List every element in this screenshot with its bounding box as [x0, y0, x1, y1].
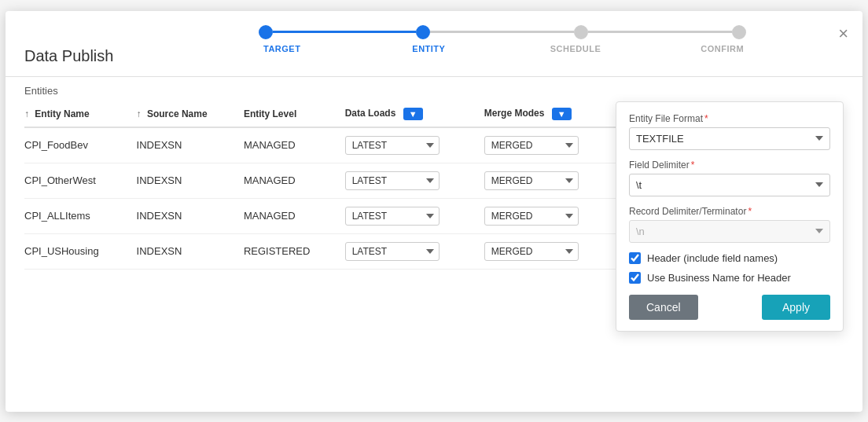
modal-title: Data Publish	[24, 47, 113, 65]
col-entity-level: Entity Level	[244, 101, 345, 127]
cell-entity-name: CPI_FoodBev	[24, 127, 137, 163]
select-merge-modes[interactable]: MERGEDUNMERGEDBOTH	[484, 207, 579, 226]
step-label-confirm[interactable]: CONFIRM	[691, 44, 754, 53]
filter-btn-merge-modes[interactable]: ▼	[552, 108, 572, 120]
cancel-button[interactable]: Cancel	[629, 295, 698, 320]
apply-button[interactable]: Apply	[762, 295, 830, 320]
modal-header: Data Publish TARGET ENTITY SCHEDULE CONF…	[6, 11, 862, 65]
prop-select-record-delimiter[interactable]: \n \r\n	[629, 220, 830, 243]
prop-label-file-format: Entity File Format*	[629, 113, 830, 124]
prop-label-field-delimiter: Field Delimiter*	[629, 160, 830, 171]
prop-field-record-delimiter: Record Delimiter/Terminator* \n \r\n	[629, 206, 830, 243]
cell-entity-level: MANAGED	[244, 163, 345, 198]
col-merge-modes: Merge Modes ▼	[484, 101, 623, 127]
checkbox-header[interactable]	[629, 252, 641, 264]
step-label-target[interactable]: TARGET	[251, 44, 314, 53]
table-container: ↑ Entity Name ↑ Source Name Entity Level…	[6, 101, 862, 270]
select-data-loads[interactable]: LATESTALL	[345, 171, 440, 190]
cell-source-name: INDEXSN	[137, 163, 244, 198]
close-button[interactable]: ×	[838, 25, 848, 42]
checkbox-row-header: Header (include field names)	[629, 252, 830, 264]
cell-entity-name: CPI_ALLItems	[24, 198, 137, 233]
checkbox-business-name[interactable]	[629, 272, 641, 284]
step-line-2	[430, 31, 574, 33]
cell-data-loads: LATESTALL	[345, 233, 484, 269]
prop-actions: Cancel Apply	[629, 295, 830, 320]
cell-source-name: INDEXSN	[137, 127, 244, 163]
step-label-schedule[interactable]: SCHEDULE	[544, 44, 607, 53]
step-dot-target	[259, 25, 273, 39]
select-data-loads[interactable]: LATESTALL	[345, 136, 440, 155]
cell-data-loads: LATESTALL	[345, 198, 484, 233]
stepper-track	[259, 25, 746, 39]
step-line-1	[273, 31, 417, 33]
cell-source-name: INDEXSN	[137, 233, 244, 269]
cell-merge-modes: MERGEDUNMERGEDBOTH	[484, 233, 623, 269]
checkbox-business-name-label[interactable]: Use Business Name for Header	[647, 272, 791, 284]
col-data-loads: Data Loads ▼	[345, 101, 484, 127]
cell-data-loads: LATESTALL	[345, 163, 484, 198]
cell-merge-modes: MERGEDUNMERGEDBOTH	[484, 198, 623, 233]
select-merge-modes[interactable]: MERGEDUNMERGEDBOTH	[484, 242, 579, 261]
prop-label-record-delimiter: Record Delimiter/Terminator*	[629, 206, 830, 217]
checkbox-header-label[interactable]: Header (include field names)	[647, 252, 778, 264]
select-data-loads[interactable]: LATESTALL	[345, 242, 440, 261]
prop-field-file-format: Entity File Format* TEXTFILE PARQUET ORC	[629, 113, 830, 150]
select-data-loads[interactable]: LATESTALL	[345, 207, 440, 226]
select-merge-modes[interactable]: MERGEDUNMERGEDBOTH	[484, 136, 579, 155]
step-label-entity[interactable]: ENTITY	[397, 44, 460, 53]
properties-panel: Entity File Format* TEXTFILE PARQUET ORC…	[616, 101, 844, 332]
prop-select-field-delimiter[interactable]: \t , |	[629, 174, 830, 196]
checkbox-row-business-name: Use Business Name for Header	[629, 272, 830, 284]
cell-entity-name: CPI_OtherWest	[24, 163, 137, 198]
cell-data-loads: LATESTALL	[345, 127, 484, 163]
cell-entity-level: MANAGED	[244, 127, 345, 163]
prop-select-file-format[interactable]: TEXTFILE PARQUET ORC	[629, 127, 830, 150]
prop-field-field-delimiter: Field Delimiter* \t , |	[629, 160, 830, 196]
sort-icon-entity: ↑	[24, 108, 29, 119]
filter-btn-data-loads[interactable]: ▼	[403, 108, 423, 120]
step-line-3	[588, 31, 732, 33]
step-dot-schedule	[574, 25, 588, 39]
stepper-labels: TARGET ENTITY SCHEDULE CONFIRM	[251, 44, 754, 53]
cell-merge-modes: MERGEDUNMERGEDBOTH	[484, 127, 623, 163]
select-merge-modes[interactable]: MERGEDUNMERGEDBOTH	[484, 171, 579, 190]
modal: Data Publish TARGET ENTITY SCHEDULE CONF…	[6, 11, 862, 412]
section-label: Entities	[6, 77, 862, 101]
sort-icon-source: ↑	[137, 108, 142, 119]
cell-entity-level: MANAGED	[244, 198, 345, 233]
cell-source-name: INDEXSN	[137, 198, 244, 233]
col-entity-name: ↑ Entity Name	[24, 101, 137, 127]
cell-merge-modes: MERGEDUNMERGEDBOTH	[484, 163, 623, 198]
step-dot-entity	[416, 25, 430, 39]
step-dot-confirm	[732, 25, 746, 39]
cell-entity-name: CPI_USHousing	[24, 233, 137, 269]
cell-entity-level: REGISTERED	[244, 233, 345, 269]
col-source-name: ↑ Source Name	[137, 101, 244, 127]
stepper: TARGET ENTITY SCHEDULE CONFIRM	[160, 25, 844, 53]
